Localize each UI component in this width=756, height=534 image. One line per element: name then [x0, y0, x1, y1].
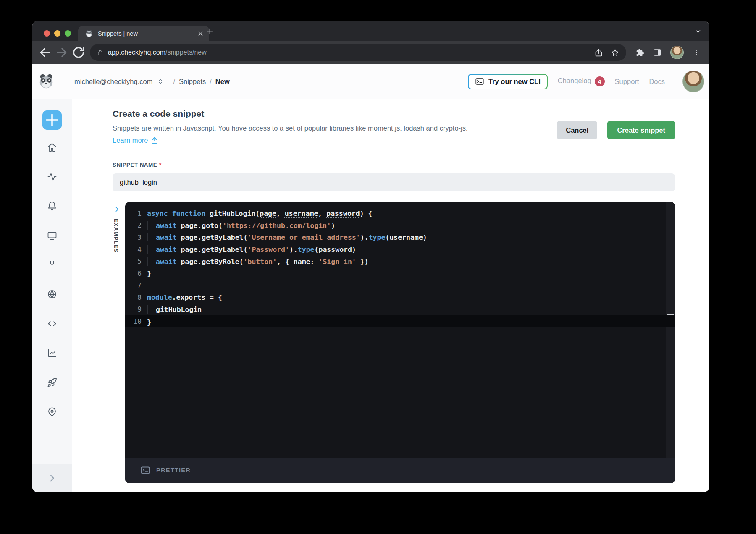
code-line: 2await page.goto('https://github.com/log… [125, 220, 675, 232]
browser-toolbar: app.checklyhq.com/snippets/new [32, 41, 709, 64]
url-host: app.checklyhq.com [108, 49, 165, 56]
new-tab-icon[interactable] [205, 27, 214, 36]
code-line: 8module.exports = { [125, 291, 675, 304]
side-panel-icon[interactable] [653, 48, 662, 57]
code-line: 4await page.getByLabel('Password').type(… [125, 243, 675, 256]
changelog-badge: 4 [595, 76, 605, 86]
breadcrumb-separator: / [173, 78, 175, 86]
create-new-button[interactable] [42, 110, 62, 130]
line-number: 1 [125, 209, 142, 217]
sidebar-item-dashboards[interactable] [47, 348, 57, 358]
url-bar[interactable]: app.checklyhq.com/snippets/new [90, 44, 626, 61]
minimize-window-button[interactable] [54, 30, 60, 37]
line-number: 2 [125, 221, 142, 229]
lock-icon[interactable] [97, 49, 104, 56]
account-chevron-icon[interactable] [157, 77, 164, 86]
reload-icon[interactable] [71, 45, 86, 60]
try-cli-label: Try our new CLI [488, 78, 541, 86]
external-link-icon [151, 136, 158, 144]
code-editor: 1async function gitHubLogin(page, userna… [125, 202, 675, 483]
breadcrumb-snippets[interactable]: Snippets [179, 78, 206, 86]
cancel-button[interactable]: Cancel [557, 121, 597, 139]
zoom-window-button[interactable] [65, 30, 71, 37]
changelog-link[interactable]: Changelog4 [558, 76, 605, 86]
back-icon[interactable] [38, 45, 52, 60]
form-actions: Cancel Create snippet [557, 121, 675, 139]
sidebar-item-home[interactable] [47, 142, 57, 152]
code-line: 10} [125, 315, 675, 327]
learn-more-link[interactable]: Learn more [113, 136, 158, 144]
sidebar-footer [32, 464, 72, 492]
forward-icon[interactable] [55, 45, 69, 60]
sidebar-item-quickstart[interactable] [47, 377, 57, 387]
checkly-favicon [85, 29, 93, 38]
tab-close-icon[interactable] [197, 30, 204, 37]
snippet-name-label: SNIPPET NAME* [113, 162, 675, 168]
code-line: 5await page.getByRole('button', { name: … [125, 255, 675, 267]
examples-label: EXAMPLES [113, 219, 119, 253]
code-line: 9gitHubLogin [125, 304, 675, 316]
prettier-label: PRETTIER [156, 467, 191, 474]
create-snippet-button[interactable]: Create snippet [607, 121, 675, 139]
line-number: 3 [125, 233, 142, 241]
breadcrumb-new: New [215, 78, 230, 86]
code-line: 3await page.getByLabel('Username or emai… [125, 231, 675, 243]
expand-sidebar-icon[interactable] [47, 474, 57, 483]
account-switcher[interactable]: michelle@checklyhq.com [74, 78, 152, 86]
try-cli-button[interactable]: Try our new CLI [468, 74, 548, 89]
sidebar-item-monitors[interactable] [47, 230, 57, 241]
line-number: 5 [125, 257, 142, 265]
page-title: Create a code snippet [113, 99, 675, 119]
extensions-puzzle-icon[interactable] [635, 48, 644, 57]
header-actions: Try our new CLI Changelog4 Support Docs [468, 71, 704, 92]
sidebar [32, 99, 72, 492]
line-number: 6 [125, 270, 142, 277]
line-number: 4 [125, 246, 142, 254]
code-line: 7 [125, 279, 675, 291]
examples-chevron-icon[interactable] [113, 206, 121, 213]
docs-link[interactable]: Docs [649, 78, 665, 86]
line-number: 7 [125, 281, 142, 289]
bookmark-star-icon[interactable] [611, 48, 620, 57]
url-path: /snippets/new [165, 49, 207, 56]
terminal-icon [475, 77, 484, 86]
sidebar-nav [47, 142, 57, 417]
browser-window: Snippets | new app.checklyhq.com/snippet… [32, 21, 709, 492]
browser-tab[interactable]: Snippets | new [78, 26, 209, 41]
code-area[interactable]: 1async function gitHubLogin(page, userna… [125, 202, 675, 458]
tab-strip: Snippets | new [32, 21, 709, 41]
editor-section: EXAMPLES 1async function gitHubLogin(pag… [113, 202, 675, 483]
code-line: 1async function gitHubLogin(page, userna… [125, 207, 675, 220]
user-avatar[interactable] [682, 71, 704, 92]
chevron-down-icon[interactable] [694, 28, 702, 35]
line-number: 9 [125, 305, 142, 313]
line-number: 10 [125, 317, 142, 325]
support-link[interactable]: Support [615, 78, 639, 86]
sidebar-item-alerts[interactable] [47, 201, 57, 211]
app-header: michelle@checklyhq.com / Snippets / New … [32, 64, 709, 99]
main-content: Create a code snippet Snippets are writt… [72, 99, 709, 492]
sidebar-item-private-locations[interactable] [47, 289, 57, 299]
required-asterisk: * [159, 162, 162, 168]
sidebar-item-snippets[interactable] [47, 319, 57, 329]
sidebar-item-locations[interactable] [47, 407, 57, 417]
learn-more-label: Learn more [113, 136, 148, 144]
sidebar-item-maintenance[interactable] [47, 260, 57, 270]
menu-dots-icon[interactable] [692, 48, 701, 57]
line-number: 8 [125, 293, 142, 301]
window-controls [44, 30, 71, 37]
url-text: app.checklyhq.com/snippets/new [108, 49, 587, 56]
browser-profile-avatar[interactable] [670, 46, 684, 59]
code-line: 6} [125, 267, 675, 280]
sidebar-item-activity[interactable] [47, 172, 57, 182]
tab-title: Snippets | new [98, 30, 192, 37]
examples-tab[interactable]: EXAMPLES [113, 202, 125, 483]
code-lines: 1async function gitHubLogin(page, userna… [125, 202, 675, 327]
editor-footer: PRETTIER [125, 458, 675, 483]
snippet-name-input[interactable] [113, 173, 675, 191]
share-icon[interactable] [594, 48, 603, 57]
close-window-button[interactable] [44, 30, 50, 37]
breadcrumb-separator: / [210, 78, 212, 86]
checkly-logo[interactable] [37, 73, 55, 90]
prettier-terminal-icon [140, 465, 150, 475]
